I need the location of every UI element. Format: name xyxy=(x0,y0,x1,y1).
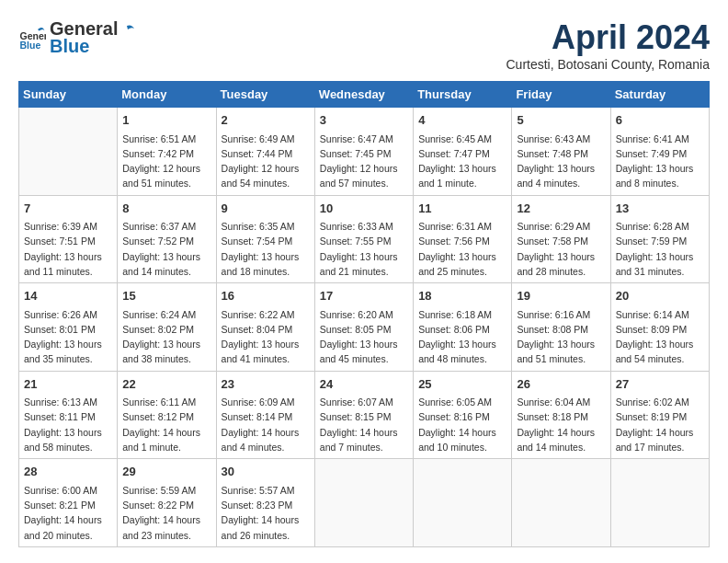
calendar-cell xyxy=(610,459,709,547)
day-number: 4 xyxy=(418,111,506,130)
calendar-cell: 15Sunrise: 6:24 AMSunset: 8:02 PMDayligh… xyxy=(118,283,216,372)
day-number: 27 xyxy=(616,375,704,394)
calendar-cell xyxy=(414,459,512,547)
calendar-cell: 6Sunrise: 6:41 AMSunset: 7:49 PMDaylight… xyxy=(610,108,709,196)
day-detail: Sunrise: 6:37 AMSunset: 7:52 PMDaylight:… xyxy=(122,219,210,279)
day-number: 8 xyxy=(122,200,210,218)
calendar-cell: 8Sunrise: 6:37 AMSunset: 7:52 PMDaylight… xyxy=(118,195,216,283)
day-number: 17 xyxy=(320,287,408,305)
day-detail: Sunrise: 6:35 AMSunset: 7:54 PMDaylight:… xyxy=(222,219,310,279)
day-detail: Sunrise: 6:09 AMSunset: 8:14 PMDaylight:… xyxy=(222,395,310,454)
weekday-header-tuesday: Tuesday xyxy=(216,82,314,108)
location-title: Curtesti, Botosani County, Romania xyxy=(506,57,710,72)
day-detail: Sunrise: 6:05 AMSunset: 8:16 PMDaylight:… xyxy=(418,395,506,454)
day-detail: Sunrise: 6:16 AMSunset: 8:08 PMDaylight:… xyxy=(517,307,605,367)
day-number: 22 xyxy=(122,375,210,394)
day-number: 2 xyxy=(222,111,310,130)
day-detail: Sunrise: 5:57 AMSunset: 8:23 PMDaylight:… xyxy=(222,483,310,543)
calendar-cell: 22Sunrise: 6:11 AMSunset: 8:12 PMDayligh… xyxy=(118,371,216,459)
day-number: 28 xyxy=(24,463,112,481)
day-number: 12 xyxy=(517,200,605,218)
day-number: 20 xyxy=(616,287,704,305)
day-detail: Sunrise: 6:20 AMSunset: 8:05 PMDaylight:… xyxy=(320,307,408,367)
calendar-cell: 30Sunrise: 5:57 AMSunset: 8:23 PMDayligh… xyxy=(216,459,314,547)
day-number: 10 xyxy=(320,200,408,218)
month-title: April 2024 xyxy=(506,18,710,57)
day-detail: Sunrise: 6:24 AMSunset: 8:02 PMDaylight:… xyxy=(122,307,210,367)
calendar-cell xyxy=(314,459,413,547)
calendar-cell: 7Sunrise: 6:39 AMSunset: 7:51 PMDaylight… xyxy=(19,195,118,283)
week-row-5: 28Sunrise: 6:00 AMSunset: 8:21 PMDayligh… xyxy=(19,459,710,547)
weekday-header-row: SundayMondayTuesdayWednesdayThursdayFrid… xyxy=(19,82,710,108)
calendar-cell: 18Sunrise: 6:18 AMSunset: 8:06 PMDayligh… xyxy=(414,283,512,372)
day-number: 7 xyxy=(24,200,112,218)
calendar-cell: 1Sunrise: 6:51 AMSunset: 7:42 PMDaylight… xyxy=(118,108,216,196)
day-number: 23 xyxy=(222,375,310,394)
logo-icon: General Blue xyxy=(18,24,46,52)
calendar-cell xyxy=(512,459,610,547)
day-detail: Sunrise: 6:11 AMSunset: 8:12 PMDaylight:… xyxy=(122,395,210,454)
day-number: 15 xyxy=(122,287,210,305)
day-number: 6 xyxy=(616,111,704,130)
calendar-cell: 24Sunrise: 6:07 AMSunset: 8:15 PMDayligh… xyxy=(314,371,413,459)
day-detail: Sunrise: 6:22 AMSunset: 8:04 PMDaylight:… xyxy=(222,307,310,367)
day-detail: Sunrise: 6:02 AMSunset: 8:19 PMDaylight:… xyxy=(616,395,704,454)
day-detail: Sunrise: 6:41 AMSunset: 7:49 PMDaylight:… xyxy=(616,132,704,191)
day-detail: Sunrise: 6:31 AMSunset: 7:56 PMDaylight:… xyxy=(418,219,506,279)
day-number: 24 xyxy=(320,375,408,394)
day-number: 16 xyxy=(222,287,310,305)
day-detail: Sunrise: 5:59 AMSunset: 8:22 PMDaylight:… xyxy=(122,483,210,543)
day-detail: Sunrise: 6:43 AMSunset: 7:48 PMDaylight:… xyxy=(517,132,605,191)
day-detail: Sunrise: 6:51 AMSunset: 7:42 PMDaylight:… xyxy=(122,132,210,191)
weekday-header-wednesday: Wednesday xyxy=(314,82,413,108)
calendar-cell: 23Sunrise: 6:09 AMSunset: 8:14 PMDayligh… xyxy=(216,371,314,459)
title-area: April 2024 Curtesti, Botosani County, Ro… xyxy=(506,18,710,72)
weekday-header-friday: Friday xyxy=(512,82,610,108)
day-detail: Sunrise: 6:49 AMSunset: 7:44 PMDaylight:… xyxy=(222,132,310,191)
day-detail: Sunrise: 6:00 AMSunset: 8:21 PMDaylight:… xyxy=(24,483,112,543)
calendar-cell: 2Sunrise: 6:49 AMSunset: 7:44 PMDaylight… xyxy=(216,108,314,196)
calendar-cell: 3Sunrise: 6:47 AMSunset: 7:45 PMDaylight… xyxy=(314,108,413,196)
calendar-cell: 14Sunrise: 6:26 AMSunset: 8:01 PMDayligh… xyxy=(19,283,118,372)
calendar-cell: 26Sunrise: 6:04 AMSunset: 8:18 PMDayligh… xyxy=(512,371,610,459)
calendar-cell: 17Sunrise: 6:20 AMSunset: 8:05 PMDayligh… xyxy=(314,283,413,372)
day-number: 13 xyxy=(616,200,704,218)
weekday-header-sunday: Sunday xyxy=(19,82,118,108)
week-row-1: 1Sunrise: 6:51 AMSunset: 7:42 PMDaylight… xyxy=(19,108,710,196)
calendar-cell xyxy=(19,108,118,196)
calendar-cell: 25Sunrise: 6:05 AMSunset: 8:16 PMDayligh… xyxy=(414,371,512,459)
day-number: 14 xyxy=(24,287,112,305)
week-row-4: 21Sunrise: 6:13 AMSunset: 8:11 PMDayligh… xyxy=(19,371,710,459)
day-detail: Sunrise: 6:45 AMSunset: 7:47 PMDaylight:… xyxy=(418,132,506,191)
weekday-header-monday: Monday xyxy=(118,82,216,108)
day-detail: Sunrise: 6:47 AMSunset: 7:45 PMDaylight:… xyxy=(320,132,408,191)
day-number: 25 xyxy=(418,375,506,394)
calendar-cell: 29Sunrise: 5:59 AMSunset: 8:22 PMDayligh… xyxy=(118,459,216,547)
day-number: 18 xyxy=(418,287,506,305)
svg-text:Blue: Blue xyxy=(20,40,41,51)
calendar-cell: 13Sunrise: 6:28 AMSunset: 7:59 PMDayligh… xyxy=(610,195,709,283)
day-number: 1 xyxy=(122,111,210,130)
weekday-header-saturday: Saturday xyxy=(610,82,709,108)
calendar-cell: 5Sunrise: 6:43 AMSunset: 7:48 PMDaylight… xyxy=(512,108,610,196)
day-number: 21 xyxy=(24,375,112,394)
calendar-cell: 10Sunrise: 6:33 AMSunset: 7:55 PMDayligh… xyxy=(314,195,413,283)
calendar-cell: 28Sunrise: 6:00 AMSunset: 8:21 PMDayligh… xyxy=(19,459,118,547)
day-detail: Sunrise: 6:33 AMSunset: 7:55 PMDaylight:… xyxy=(320,219,408,279)
day-detail: Sunrise: 6:07 AMSunset: 8:15 PMDaylight:… xyxy=(320,395,408,454)
day-number: 5 xyxy=(517,111,605,130)
day-detail: Sunrise: 6:18 AMSunset: 8:06 PMDaylight:… xyxy=(418,307,506,367)
day-number: 19 xyxy=(517,287,605,305)
calendar-cell: 27Sunrise: 6:02 AMSunset: 8:19 PMDayligh… xyxy=(610,371,709,459)
calendar-cell: 9Sunrise: 6:35 AMSunset: 7:54 PMDaylight… xyxy=(216,195,314,283)
week-row-2: 7Sunrise: 6:39 AMSunset: 7:51 PMDaylight… xyxy=(19,195,710,283)
page-header: General Blue General Blue April 2024 Cur… xyxy=(18,18,710,72)
calendar-cell: 20Sunrise: 6:14 AMSunset: 8:09 PMDayligh… xyxy=(610,283,709,372)
day-detail: Sunrise: 6:28 AMSunset: 7:59 PMDaylight:… xyxy=(616,219,704,279)
week-row-3: 14Sunrise: 6:26 AMSunset: 8:01 PMDayligh… xyxy=(19,283,710,372)
day-number: 9 xyxy=(222,200,310,218)
day-number: 3 xyxy=(320,111,408,130)
day-detail: Sunrise: 6:29 AMSunset: 7:58 PMDaylight:… xyxy=(517,219,605,279)
calendar-cell: 12Sunrise: 6:29 AMSunset: 7:58 PMDayligh… xyxy=(512,195,610,283)
calendar-cell: 16Sunrise: 6:22 AMSunset: 8:04 PMDayligh… xyxy=(216,283,314,372)
